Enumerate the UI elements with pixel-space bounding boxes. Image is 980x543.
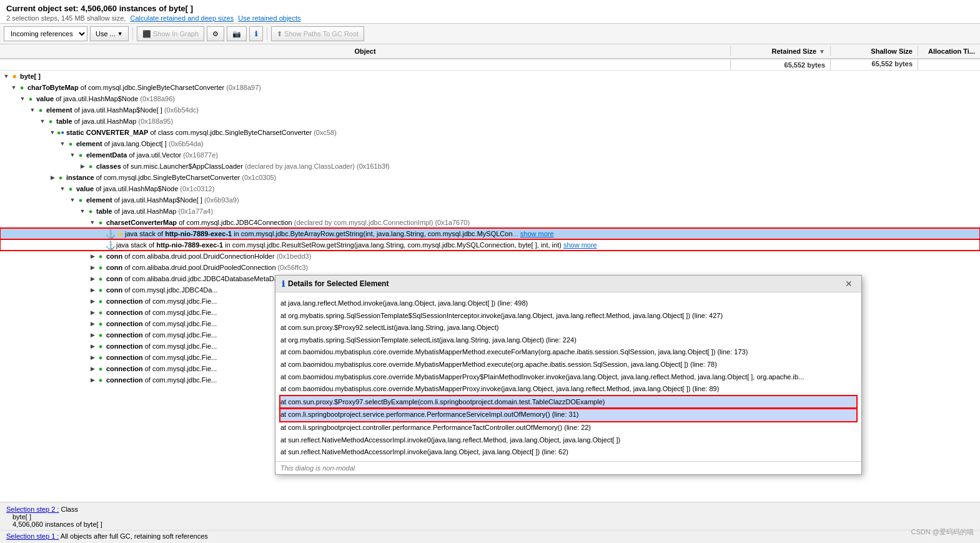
modal-line-highlight: at com.li.springbootproject.service.perf…	[280, 409, 856, 421]
modal-line: at com.li.springbootproject.controller.p…	[280, 422, 856, 434]
modal-overlay: ℹ Details for Selected Element ✕ at java…	[0, 0, 980, 543]
modal-line: at com.sun.proxy.$Proxy92.selectList(jav…	[280, 322, 856, 334]
modal-title: ℹ Details for Selected Element	[282, 279, 389, 289]
modal-header: ℹ Details for Selected Element ✕	[275, 276, 861, 292]
modal-line: at sun.reflect.NativeMethodAccessorImpl.…	[280, 434, 856, 447]
modal-line: at com.baomidou.mybatisplus.core.overrid…	[280, 383, 856, 396]
modal-line: at org.mybatis.spring.SqlSessionTemplate…	[280, 310, 856, 322]
modal-dialog[interactable]: ℹ Details for Selected Element ✕ at java…	[275, 275, 862, 475]
modal-info-icon: ℹ	[282, 279, 285, 289]
modal-content: at java.lang.reflect.Method.invoke(java.…	[275, 292, 861, 461]
modal-line-highlight: at com.sun.proxy.$Proxy97.selectByExampl…	[280, 396, 856, 409]
modal-line: at com.baomidou.mybatisplus.core.overrid…	[280, 346, 856, 359]
modal-line: at com.baomidou.mybatisplus.core.overrid…	[280, 359, 856, 371]
modal-line: at java.lang.reflect.Method.invoke(java.…	[280, 297, 856, 310]
modal-close-button[interactable]: ✕	[843, 279, 855, 289]
modal-line: at org.mybatis.spring.SqlSessionTemplate…	[280, 334, 856, 347]
modal-footer: This dialog is non-modal	[275, 461, 861, 474]
modal-line: at sun.reflect.NativeMethodAccessorImpl.…	[280, 446, 856, 459]
modal-line: at com.baomidou.mybatisplus.core.overrid…	[280, 371, 856, 384]
